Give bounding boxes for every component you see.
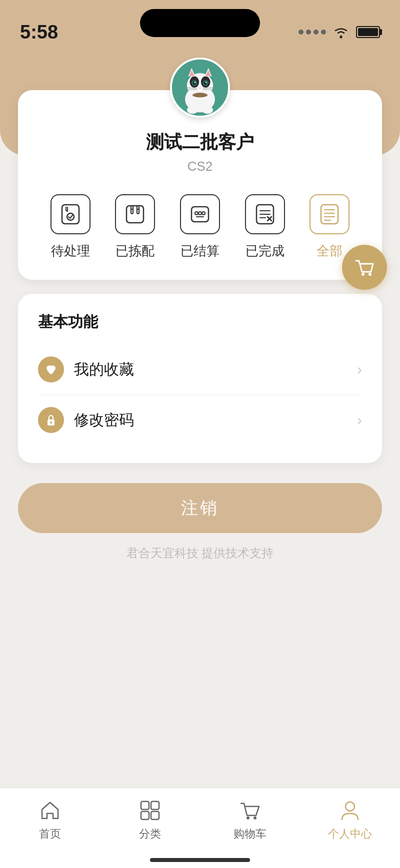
password-label: 修改密码 — [74, 410, 134, 430]
avatar — [170, 58, 230, 118]
home-nav-label: 首页 — [39, 826, 61, 841]
order-item-picked[interactable]: 已拣配 — [115, 194, 155, 260]
status-bar: 5:58 — [0, 0, 400, 55]
completed-icon — [245, 194, 285, 234]
main-content: 测试二批客户 CS2 待处理 — [0, 90, 400, 561]
profile-nav-icon — [338, 798, 362, 822]
status-time: 5:58 — [20, 22, 58, 43]
svg-point-21 — [187, 106, 198, 114]
support-text: 君合天宜科技 提供技术支持 — [18, 545, 382, 561]
features-title: 基本功能 — [38, 312, 362, 332]
nav-item-cart[interactable]: 购物车 — [200, 798, 300, 841]
heart-icon — [38, 356, 64, 382]
svg-point-22 — [202, 106, 213, 114]
svg-point-53 — [254, 816, 256, 819]
pending-icon — [50, 194, 90, 234]
svg-rect-26 — [126, 206, 144, 223]
feature-left-password: 修改密码 — [38, 407, 134, 433]
cart-fab-button[interactable] — [342, 245, 387, 290]
profile-nav-label: 个人中心 — [328, 826, 372, 841]
svg-point-44 — [362, 273, 364, 276]
wifi-icon — [332, 25, 350, 39]
svg-point-32 — [202, 212, 205, 215]
order-item-all[interactable]: 全部 — [310, 194, 350, 260]
svg-rect-39 — [321, 205, 338, 224]
order-item-completed[interactable]: 已完成 — [245, 194, 285, 260]
feature-left-favorites: 我的收藏 — [38, 356, 134, 382]
status-icons — [298, 25, 380, 39]
svg-rect-24 — [62, 205, 79, 224]
svg-rect-50 — [141, 811, 149, 819]
all-icon — [310, 194, 350, 234]
order-status-row: 待处理 已拣配 — [38, 194, 362, 260]
user-id: CS2 — [38, 159, 362, 174]
svg-point-47 — [50, 421, 52, 423]
favorites-label: 我的收藏 — [74, 359, 134, 380]
cart-nav-label: 购物车 — [234, 826, 266, 841]
nav-item-home[interactable]: 首页 — [0, 798, 100, 841]
nav-item-profile[interactable]: 个人中心 — [300, 798, 400, 841]
settled-icon — [180, 194, 220, 234]
svg-point-52 — [246, 816, 250, 819]
svg-rect-49 — [151, 801, 159, 809]
chevron-right-favorites: › — [357, 361, 362, 378]
settled-label: 已结算 — [180, 242, 220, 260]
svg-point-0 — [340, 36, 342, 39]
category-nav-label: 分类 — [139, 826, 161, 841]
nav-item-category[interactable]: 分类 — [100, 798, 200, 841]
svg-point-54 — [346, 802, 354, 811]
feature-item-favorites[interactable]: 我的收藏 › — [38, 344, 362, 395]
svg-point-15 — [206, 82, 207, 83]
svg-point-45 — [368, 273, 372, 276]
bottom-nav: 首页 分类 购物车 个人中心 — [0, 788, 400, 868]
all-label: 全部 — [316, 242, 342, 260]
feature-item-password[interactable]: 修改密码 › — [38, 395, 362, 445]
picked-label: 已拣配 — [116, 242, 154, 260]
svg-point-14 — [194, 82, 196, 83]
picked-icon — [115, 194, 155, 234]
completed-label: 已完成 — [246, 242, 284, 260]
svg-rect-48 — [141, 801, 149, 809]
cart-fab-icon — [353, 256, 376, 279]
signal-icon — [298, 30, 326, 35]
home-indicator — [150, 858, 250, 862]
battery-icon — [356, 26, 380, 38]
chevron-right-password: › — [357, 411, 362, 428]
profile-card: 测试二批客户 CS2 待处理 — [18, 90, 382, 280]
pending-label: 待处理 — [51, 242, 90, 260]
svg-rect-51 — [151, 811, 159, 819]
category-nav-icon — [138, 798, 162, 822]
dynamic-island — [140, 9, 260, 37]
svg-point-31 — [198, 212, 202, 215]
svg-point-30 — [195, 212, 198, 215]
user-name: 测试二批客户 — [38, 130, 362, 155]
cart-nav-icon — [238, 798, 262, 822]
lock-icon — [38, 407, 64, 433]
order-item-pending[interactable]: 待处理 — [50, 194, 90, 260]
svg-point-23 — [192, 93, 208, 97]
order-item-settled[interactable]: 已结算 — [180, 194, 220, 260]
features-card: 基本功能 我的收藏 › — [18, 294, 382, 463]
home-nav-icon — [38, 798, 62, 822]
logout-button[interactable]: 注销 — [18, 483, 382, 533]
